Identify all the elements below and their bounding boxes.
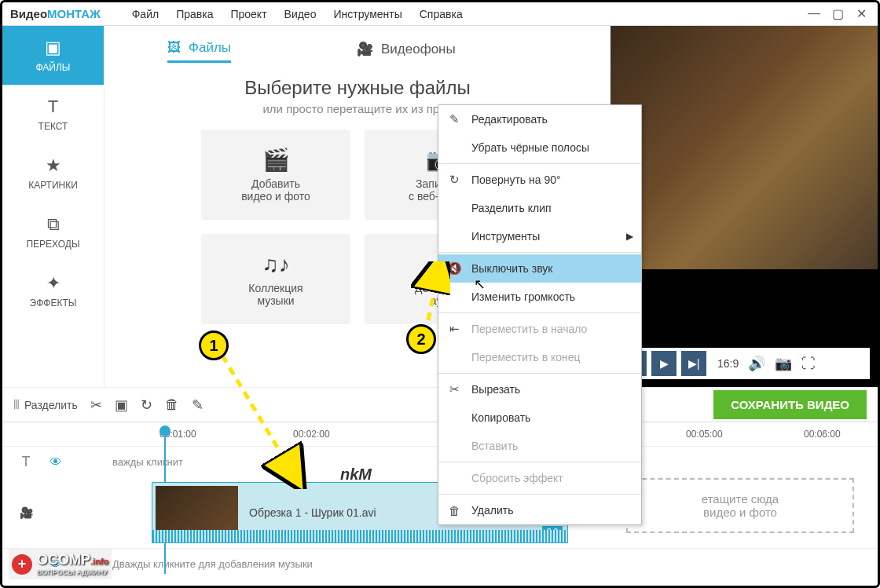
ctx-mute[interactable]: 🔇Выключить звук: [438, 254, 641, 283]
film-icon: 🎬: [262, 147, 290, 173]
play-button[interactable]: ▶: [651, 351, 676, 376]
sidebar-item-files[interactable]: ▣ФАЙЛЫ▸: [2, 26, 104, 85]
star-icon: ★: [46, 155, 61, 176]
menu-video[interactable]: Видео: [284, 8, 317, 20]
camera-icon: 🎥: [357, 41, 373, 57]
transition-icon: ⧉: [47, 214, 60, 235]
ctx-delete[interactable]: 🗑Удалить: [438, 496, 641, 524]
move-start-icon: ⇤: [446, 322, 462, 336]
music-icon: ♫♪: [262, 252, 290, 277]
card-add-video[interactable]: 🎬Добавитьвидео и фото: [201, 130, 350, 220]
clip-name: Обрезка 1 - Шурик 01.avi: [249, 506, 376, 519]
edit-button[interactable]: ✎: [192, 396, 204, 414]
wand-icon: ✦: [46, 273, 60, 294]
text-icon: T: [48, 97, 58, 117]
visibility-icon[interactable]: 👁: [50, 455, 81, 469]
ctx-cut[interactable]: ✂Вырезать: [438, 375, 641, 404]
maximize-button[interactable]: ▢: [829, 6, 846, 21]
watermark: + OCOMP.infoВОПРОСЫ АДМИНУ: [9, 549, 112, 579]
split-button[interactable]: ⫴Разделить: [13, 396, 78, 413]
music-track-hint[interactable]: Дважды кликните для добавления музыки: [81, 558, 878, 570]
card-music[interactable]: ♫♪Коллекциямузыки: [201, 234, 350, 324]
picture-icon: 🖼: [167, 40, 181, 56]
preview-panel: |◀ ▶ ▶| 16:9 🔊 📷 ⛶: [610, 26, 878, 387]
tab-backgrounds[interactable]: 🎥Видеофоны: [357, 40, 456, 63]
save-video-button[interactable]: СОХРАНИТЬ ВИДЕО: [713, 390, 867, 419]
ctx-paste[interactable]: Вставить: [438, 432, 641, 460]
close-button[interactable]: ✕: [852, 6, 870, 21]
cursor-icon: ↖: [474, 276, 486, 293]
sidebar-item-effects[interactable]: ✦ЭФФЕКТЫ: [2, 261, 104, 320]
ctx-edit[interactable]: ✎Редактировать: [438, 105, 641, 133]
minimize-button[interactable]: —: [805, 6, 823, 21]
rotate-icon: ↻: [446, 173, 462, 187]
app-logo: ВидеоМОНТАЖ: [10, 7, 101, 20]
annotation-badge-2: 2: [406, 324, 436, 354]
mute-icon: 🔇: [446, 261, 462, 276]
menu-file[interactable]: Файл: [132, 8, 159, 20]
next-button[interactable]: ▶|: [681, 351, 706, 376]
ctx-tools[interactable]: Инструменты▶: [438, 222, 641, 250]
delete-button[interactable]: 🗑: [165, 396, 179, 413]
sidebar-item-transitions[interactable]: ⧉ПЕРЕХОДЫ: [2, 203, 104, 261]
video-track-icon: 🎥: [2, 506, 50, 519]
scissors-icon: ✂: [446, 382, 462, 396]
ctx-rotate[interactable]: ↻Повернуть на 90°: [438, 166, 641, 194]
snapshot-icon[interactable]: 📷: [775, 355, 792, 372]
menu-tools[interactable]: Инструменты: [333, 8, 402, 20]
ctx-copy[interactable]: Копировать: [438, 404, 641, 432]
ctx-remove-bars[interactable]: Убрать чёрные полосы: [438, 133, 641, 162]
aspect-ratio: 16:9: [717, 357, 739, 370]
prompt-title: Выберите нужные файлы: [120, 77, 595, 99]
sidebar-item-text[interactable]: TТЕКСТ: [2, 85, 104, 144]
tab-files[interactable]: 🖼Файлы: [167, 40, 231, 63]
ctx-move-end[interactable]: Переместить в конец: [438, 343, 641, 371]
annotation-text: nkM: [340, 466, 372, 484]
crop-button[interactable]: ▣: [115, 396, 128, 414]
annotation-badge-1: 1: [199, 331, 229, 360]
menu-project[interactable]: Проект: [230, 8, 266, 20]
sidebar-item-pictures[interactable]: ★КАРТИНКИ: [2, 144, 104, 203]
cut-button[interactable]: ✂: [90, 396, 102, 414]
pencil-icon: ✎: [446, 112, 462, 126]
split-icon: ⫴: [13, 396, 20, 413]
context-menu: ✎Редактировать Убрать чёрные полосы ↻Пов…: [438, 104, 642, 525]
ctx-split[interactable]: Разделить клип: [438, 194, 641, 222]
volume-icon[interactable]: 🔊: [748, 355, 765, 372]
clip-waveform: [152, 530, 567, 542]
playhead[interactable]: [160, 425, 170, 436]
menu-edit[interactable]: Правка: [176, 8, 213, 20]
dropzone[interactable]: етащите сюдавидео и фото: [626, 478, 854, 533]
ctx-move-start[interactable]: ⇤Переместить в начало: [438, 315, 641, 343]
trash-icon: 🗑: [446, 504, 462, 517]
sidebar: ▣ФАЙЛЫ▸ TТЕКСТ ★КАРТИНКИ ⧉ПЕРЕХОДЫ ✦ЭФФЕ…: [2, 26, 104, 387]
menu-bar: Файл Правка Проект Видео Инструменты Спр…: [132, 8, 463, 20]
image-icon: ▣: [45, 38, 61, 58]
ctx-volume[interactable]: Изменить громкость: [438, 283, 641, 311]
rotate-button[interactable]: ↻: [141, 396, 152, 414]
text-track-icon: T: [2, 454, 50, 470]
preview-frame: [610, 26, 878, 269]
menu-help[interactable]: Справка: [420, 8, 463, 20]
fullscreen-icon[interactable]: ⛶: [801, 356, 816, 372]
ctx-reset-effect[interactable]: Сбросить эффект: [438, 464, 641, 492]
